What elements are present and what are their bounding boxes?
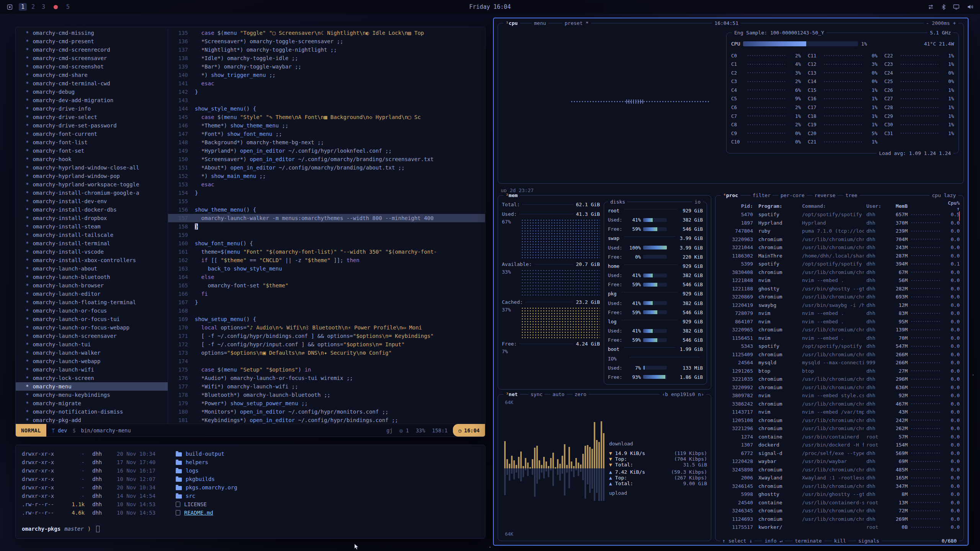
column-program[interactable]: Program:	[758, 203, 800, 209]
process-row[interactable]: 3246145chromium/usr/lib/chromium/chromdh…	[719, 482, 960, 491]
entry-name[interactable]: README.md	[184, 509, 213, 517]
file-list-item[interactable]: *omarchy-cmd-terminal-cwd	[16, 79, 168, 88]
network-panel-title[interactable]: ³net	[503, 391, 520, 398]
workspace-5[interactable]: 5	[64, 3, 72, 11]
process-row[interactable]: 3221044chromium/usr/lib/chromium/chromdh…	[719, 243, 960, 252]
process-row[interactable]: 1291265btopbtopdhh27M0.0	[719, 367, 960, 375]
btop-menu-button[interactable]: menu	[532, 20, 548, 26]
file-list-item[interactable]: *omarchy-launch-editor	[16, 290, 168, 298]
process-row[interactable]: 3809782nvimnvim --embed style.cssdhh92M0…	[719, 391, 960, 400]
process-row[interactable]: 1156451nvimnvim --embed .dhh70M0.0	[719, 334, 960, 342]
workspace-1[interactable]: 1	[19, 3, 27, 11]
process-row[interactable]: 1307dockerd/usr/bin/dockerd -H fd:root15…	[719, 441, 960, 449]
process-row[interactable]: 1897HyprlandHyprlanddhh370M0.0	[719, 219, 960, 227]
file-list-item[interactable]: *omarchy-notification-dismiss	[16, 408, 168, 416]
launcher-icon[interactable]	[7, 4, 13, 10]
process-row[interactable]: 864107nvimnvim --embed .dhh95M0.0	[719, 318, 960, 326]
btop-preset-button[interactable]: preset *	[562, 20, 591, 26]
select-buttons[interactable]: ↑ select ↓	[720, 538, 755, 544]
file-list-item[interactable]: *omarchy-menu-keybindings	[16, 391, 168, 399]
terminal-window[interactable]: drwxr-xr-x-dhh20 Nov 10:34build-outputdr…	[15, 445, 485, 539]
net-sync-button[interactable]: sync	[529, 391, 544, 398]
process-row[interactable]: 1221848nvimnvim --embed .dhh56M0.0	[719, 276, 960, 285]
process-row[interactable]: 3221035chromium/usr/lib/chromium/chromdh…	[719, 375, 960, 383]
io-toggle-button[interactable]: io	[692, 199, 703, 205]
file-list-item[interactable]: *omarchy-cmd-screenshot	[16, 62, 168, 71]
column-command[interactable]: Command:	[802, 203, 864, 209]
file-list-item[interactable]: *omarchy-install-chromium-google-a	[16, 189, 168, 197]
file-list-item[interactable]: *omarchy-hyprland-workspace-toggle	[16, 180, 168, 189]
file-list-item[interactable]: *omarchy-install-xbox-controllers	[16, 256, 168, 264]
reverse-button[interactable]: reverse	[813, 192, 838, 199]
editor-window[interactable]: *omarchy-cmd-missing*omarchy-cmd-present…	[15, 27, 485, 437]
file-list-item[interactable]: *omarchy-cmd-screensaver	[16, 54, 168, 62]
file-list-item[interactable]: *omarchy-launch-screensaver	[16, 332, 168, 340]
update-interval-control[interactable]: - 2000ms +	[924, 20, 958, 26]
file-list-item[interactable]: *omarchy-install-steam	[16, 222, 168, 231]
signals-button[interactable]: signals	[856, 538, 882, 544]
file-list-item[interactable]: *omarchy-cmd-screenrecord	[16, 46, 168, 54]
file-list-item[interactable]: *omarchy-hook	[16, 155, 168, 163]
process-row[interactable]: 747804rubypuma 7.1.0 (tcp://localdhh239M…	[719, 227, 960, 235]
process-row[interactable]: 1205108chromium/usr/lib/chromium/chromdh…	[719, 416, 960, 425]
column-pid[interactable]: Pid:	[719, 203, 753, 209]
file-list-item[interactable]: *omarchy-launch-tui	[16, 340, 168, 349]
process-row[interactable]: 1221188ghostty/usr/bin/ghostty --gtk-dhh…	[719, 285, 960, 293]
file-list-item[interactable]: *omarchy-launch-or-focus	[16, 306, 168, 315]
file-list-item[interactable]: *omarchy-install-dropbox	[16, 214, 168, 222]
process-row[interactable]: 2006XwaylandXwayland :1 -rootless -dhh16…	[719, 474, 960, 482]
bluetooth-icon[interactable]	[942, 4, 946, 10]
file-list-item[interactable]: *omarchy-drive-set-password	[16, 121, 168, 130]
process-row[interactable]: 3221296chromium/usr/lib/chromium/chromdh…	[719, 424, 960, 433]
process-row[interactable]: 1220428waybar/usr/bin/waybardhh69M0.0	[719, 457, 960, 466]
file-list-item[interactable]: *omarchy-hyprland-window-close-all	[16, 163, 168, 172]
process-row[interactable]: 3386242chromium/usr/lib/chromium/chromdh…	[719, 400, 960, 408]
file-list-item[interactable]: *omarchy-menu	[16, 382, 168, 391]
file-list-item[interactable]: *omarchy-install-dev-env	[16, 197, 168, 205]
file-list-item[interactable]: *omarchy-hyprland-window-pop	[16, 172, 168, 180]
file-list-item[interactable]: *omarchy-install-terminal	[16, 239, 168, 248]
file-list-item[interactable]: *omarchy-launch-or-focus-tui	[16, 315, 168, 323]
process-row[interactable]: 1125409chromium/usr/lib/chromium/chromdh…	[719, 350, 960, 359]
file-list-item[interactable]: *omarchy-install-docker-dbs	[16, 205, 168, 214]
file-list-item[interactable]: *omarchy-font-current	[16, 130, 168, 138]
process-row[interactable]: 3246345chromium/usr/lib/chromium/chromdh…	[719, 507, 960, 515]
file-list-item[interactable]: *omarchy-debug	[16, 88, 168, 96]
process-row[interactable]: 1220419swaybg/usr/bin/swaybg -i /homdhh1…	[719, 301, 960, 310]
file-list-item[interactable]: *omarchy-cmd-missing	[16, 29, 168, 37]
process-row[interactable]: 1274containe/usr/bin/containerdroot57M0.…	[719, 433, 960, 441]
process-row[interactable]: 728079nvimnvim --embed .dhh83M0.0	[719, 309, 960, 318]
column-cpu[interactable]: Cpu% ↑	[944, 200, 960, 212]
display-icon[interactable]	[953, 4, 959, 10]
network-interface[interactable]: ‹b enp191s0 n›	[660, 391, 706, 398]
process-row[interactable]: 5998ghostty/usr/bin/ghostty --gtk-dhh8M0…	[719, 490, 960, 499]
process-row[interactable]: 3220992chromium/usr/lib/chromium/chromdh…	[719, 383, 960, 392]
file-list-item[interactable]: *omarchy-launch-floating-terminal	[16, 298, 168, 306]
sort-selector[interactable]: cpu lazy	[929, 192, 958, 199]
file-list-item[interactable]: *omarchy-migrate	[16, 399, 168, 408]
switcher-icon[interactable]	[928, 4, 934, 10]
file-list-item[interactable]: *omarchy-launch-wifi	[16, 365, 168, 374]
file-list-item[interactable]: *omarchy-launch-bluetooth	[16, 273, 168, 281]
file-list-item[interactable]: *omarchy-lock-screen	[16, 374, 168, 382]
column-user[interactable]: User:	[866, 203, 886, 209]
file-list-item[interactable]: *omarchy-drive-info	[16, 104, 168, 113]
file-list-item[interactable]: *omarchy-drive-select	[16, 113, 168, 121]
process-row[interactable]: 5399spotify/opt/spotify/spotify --dhh394…	[719, 260, 960, 268]
process-table-header[interactable]: Pid: Program: Command: User: MemB Cpu% ↑	[719, 201, 960, 210]
file-list-item[interactable]: *omarchy-font-set	[16, 147, 168, 155]
per-core-button[interactable]: per-core	[779, 192, 807, 199]
net-zero-button[interactable]: zero	[573, 391, 588, 398]
file-list-item[interactable]: *omarchy-cmd-share	[16, 71, 168, 79]
scrollbar-thumb[interactable]	[959, 211, 960, 221]
process-row[interactable]: 1175517kworker/root0B0.0	[719, 523, 960, 531]
tree-button[interactable]: tree	[843, 192, 859, 199]
process-row[interactable]: 1186302MainThre/home/dhh/.local/share/dh…	[719, 252, 960, 260]
process-panel-title[interactable]: ⁴proc	[721, 192, 740, 199]
process-row[interactable]: 5343spotify/opt/spotify/spotifydhh547M0.…	[719, 342, 960, 350]
file-list-item[interactable]: *omarchy-launch-about	[16, 264, 168, 273]
process-row[interactable]: 1143717nvimnvim --embed /var/tmp/pdhh43M…	[719, 408, 960, 416]
file-list-item[interactable]: *omarchy-launch-or-focus-webapp	[16, 323, 168, 332]
cpu-panel-title[interactable]: ¹cpu	[503, 20, 520, 26]
process-row[interactable]: 5470spotify/opt/spotify/spotify --dhh657…	[719, 210, 960, 219]
